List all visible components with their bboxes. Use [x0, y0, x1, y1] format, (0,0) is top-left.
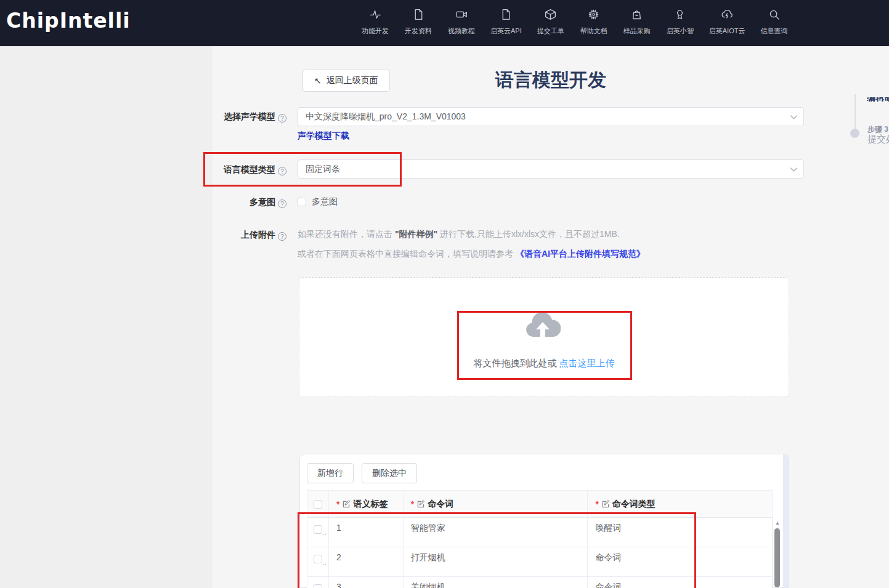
nav-label: 启英云API — [490, 26, 522, 36]
nav-label: 启英小智 — [667, 26, 694, 36]
cell-semantic-tag[interactable]: 1 — [329, 518, 404, 547]
acoustic-model-download-link[interactable]: 声学模型下载 — [298, 131, 349, 142]
cell-semantic-tag[interactable]: 2 — [329, 547, 404, 576]
cell-command-word[interactable]: 智能管家 — [404, 518, 588, 547]
nav-label: 视频教程 — [448, 26, 475, 36]
scrollbar-up-arrow-icon[interactable]: ▲ — [773, 520, 782, 526]
upload-instruction: 将文件拖拽到此处或 点击这里上传 — [299, 358, 789, 369]
award-badge-icon — [673, 8, 686, 22]
select-all-checkbox[interactable] — [314, 500, 322, 509]
edit-icon — [342, 500, 351, 509]
nav-label: 开发资料 — [405, 26, 432, 36]
header-command-type: * 命令词类型 — [588, 491, 773, 517]
chip-icon — [587, 8, 600, 22]
lm-type-select[interactable]: 固定词条 — [298, 159, 804, 179]
grid-header-row: * 语义标签 * 命令词 * 命令词类型 — [307, 490, 773, 518]
upload-attachment-label: 上传附件? — [188, 230, 286, 241]
click-to-upload-link[interactable]: 点击这里上传 — [559, 358, 615, 368]
table-vertical-scrollbar[interactable]: ▲ — [773, 518, 781, 587]
lm-type-label: 语言模型类型? — [188, 164, 286, 175]
top-navigation-bar: ChipIntelli 功能开发 开发资料 视频教程 启英云API 提交工单 — [0, 0, 889, 46]
acoustic-model-select[interactable]: 中文深度降噪烟机_pro_V2_1.3M_V01003 — [298, 107, 804, 126]
header-command-word: * 命令词 — [404, 491, 588, 517]
row-checkbox[interactable] — [314, 584, 322, 588]
cell-command-type[interactable]: 命令词 — [588, 577, 773, 588]
cell-command-word[interactable]: 打开烟机 — [404, 547, 588, 576]
nav-label: 帮助文档 — [580, 26, 607, 36]
steps-timeline-dot — [850, 129, 859, 138]
app-window: ChipIntelli 功能开发 开发资料 视频教程 启英云API 提交工单 — [0, 0, 889, 588]
delete-selected-button[interactable]: 删除选中 — [362, 463, 417, 483]
package-icon — [544, 8, 557, 22]
nav-item-dev-docs[interactable]: 开发资料 — [404, 8, 432, 36]
nav-item-sample-purchase[interactable]: 样品采购 — [623, 8, 651, 36]
nav-item-qiying-xiaozhi[interactable]: 启英小智 — [666, 8, 694, 36]
upload-hint-line1: 如果还没有附件，请点击 "附件样例" 进行下载,只能上传xlx/xlsx文件，且… — [298, 229, 620, 240]
cell-command-type[interactable]: 命令词 — [588, 547, 773, 576]
cell-command-word[interactable]: 关闭烟机 — [404, 577, 588, 588]
table-toolbar: 新增行 删除选中 — [307, 463, 417, 483]
help-question-icon[interactable]: ? — [278, 167, 286, 175]
steps-timeline-line — [854, 94, 856, 130]
document-icon — [412, 8, 425, 22]
select-all-cell — [307, 491, 329, 517]
row-select-cell: .. — [307, 518, 329, 547]
nav-item-help-docs[interactable]: 帮助文档 — [580, 8, 608, 36]
chipintelli-logo: ChipIntelli — [6, 9, 131, 33]
cloud-lightning-icon — [721, 8, 734, 22]
file-icon — [500, 8, 513, 22]
help-question-icon[interactable]: ? — [278, 114, 286, 123]
table-row[interactable]: .. 3 关闭烟机 命令词 — [307, 577, 773, 588]
scrollbar-thumb[interactable] — [774, 528, 780, 587]
multi-intent-checkbox-label: 多意图 — [312, 196, 338, 207]
cell-semantic-tag[interactable]: 3 — [329, 577, 404, 588]
multi-intent-option: 多意图 — [298, 196, 338, 207]
cell-command-type[interactable]: 唤醒词 — [588, 518, 773, 547]
upload-hint-line2: 或者在下面网页表格中直接编辑命令词，填写说明请参考 《语音AI平台上传附件填写规… — [298, 249, 645, 260]
multi-intent-label: 多意图? — [188, 197, 286, 208]
acoustic-model-value: 中文深度降噪烟机_pro_V2_1.3M_V01003 — [306, 111, 466, 123]
row-handle-dots: .. — [322, 558, 327, 566]
nav-label: 启英AIOT云 — [709, 26, 745, 36]
fill-spec-link[interactable]: 《语音AI平台上传附件填写规范》 — [516, 249, 645, 259]
nav-label: 样品采购 — [623, 26, 651, 36]
acoustic-model-label: 选择声学模型? — [188, 111, 286, 123]
nav-item-info-query[interactable]: 信息查询 — [760, 8, 788, 36]
nav-item-function-dev[interactable]: 功能开发 — [361, 8, 389, 36]
nav-label: 功能开发 — [362, 26, 389, 36]
nav-item-aiot-cloud[interactable]: 启英AIOT云 — [709, 8, 745, 36]
activity-icon — [369, 8, 382, 22]
nav-item-cloud-api[interactable]: 启英云API — [490, 8, 522, 36]
table-row[interactable]: .. 1 智能管家 唤醒词 — [307, 518, 773, 547]
header-semantic-tag: * 语义标签 — [329, 491, 404, 517]
row-checkbox[interactable] — [314, 555, 322, 563]
row-handle-dots: .. — [322, 529, 327, 536]
edit-icon — [416, 500, 425, 509]
table-row[interactable]: .. 2 打开烟机 命令词 — [307, 547, 773, 577]
card-scrollbar-strip[interactable] — [783, 454, 789, 587]
attachment-sample-emphasis[interactable]: "附件样例" — [395, 229, 437, 239]
help-question-icon[interactable]: ? — [278, 232, 286, 241]
top-nav-menu: 功能开发 开发资料 视频教程 启英云API 提交工单 帮助文档 — [361, 8, 788, 36]
video-camera-icon — [455, 8, 468, 22]
row-checkbox[interactable] — [314, 525, 322, 534]
chevron-down-icon — [790, 166, 798, 174]
nav-item-submit-ticket[interactable]: 提交工单 — [537, 8, 565, 36]
search-icon — [768, 8, 781, 22]
page-title: 语言模型开发 — [213, 68, 889, 93]
chevron-down-icon — [790, 113, 798, 121]
lm-type-value: 固定词条 — [306, 164, 340, 175]
step3-title: 提交处理 — [867, 134, 889, 145]
shopping-bag-icon — [630, 8, 643, 22]
cloud-upload-icon — [525, 309, 561, 341]
help-question-icon[interactable]: ? — [278, 199, 286, 208]
steps-previous-title-clipped: 编辑命令词 — [867, 97, 889, 105]
add-row-button[interactable]: 新增行 — [307, 463, 354, 483]
edit-icon — [601, 500, 610, 509]
left-gutter-panel — [0, 46, 213, 588]
row-select-cell: .. — [307, 577, 329, 588]
command-words-grid: * 语义标签 * 命令词 * 命令词类型 .. — [307, 490, 773, 588]
nav-label: 信息查询 — [760, 26, 787, 36]
nav-item-video-tutorials[interactable]: 视频教程 — [447, 8, 476, 36]
multi-intent-checkbox[interactable] — [298, 198, 306, 206]
